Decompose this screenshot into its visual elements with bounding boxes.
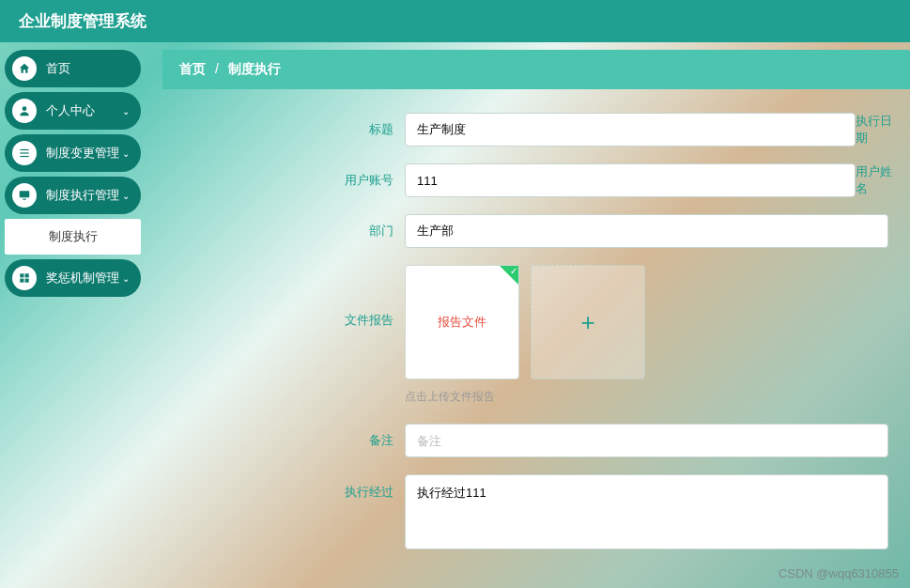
- uploaded-file-card[interactable]: 报告文件: [405, 265, 519, 379]
- main-content: 首页 / 制度执行 标题 执行日期 用户账号 用户姓名 部门 文件报告: [146, 42, 910, 588]
- sidebar-item-label: 制度执行管理: [46, 187, 119, 204]
- form-row-file: 文件报告 报告文件 +: [162, 265, 910, 379]
- svg-rect-6: [20, 273, 23, 277]
- sidebar-item-reward[interactable]: 奖惩机制管理 ⌄: [5, 259, 141, 297]
- app-header: 企业制度管理系统: [0, 0, 910, 42]
- label-remark: 备注: [162, 432, 405, 449]
- input-remark[interactable]: [405, 424, 888, 457]
- form-row-account: 用户账号 用户姓名: [162, 163, 910, 197]
- svg-rect-7: [25, 273, 29, 277]
- upload-hint-row: 点击上传文件报告: [162, 389, 910, 405]
- home-icon: [12, 56, 37, 81]
- label-title: 标题: [162, 121, 405, 138]
- svg-rect-5: [23, 199, 26, 200]
- svg-rect-4: [20, 191, 30, 197]
- list-icon: [12, 141, 37, 165]
- breadcrumb: 首页 / 制度执行: [162, 50, 910, 89]
- grid-icon: [12, 266, 37, 290]
- chevron-down-icon: ⌄: [122, 106, 130, 116]
- sidebar-item-label: 制度变更管理: [46, 145, 119, 162]
- main-container: 首页 个人中心 ⌄ 制度变更管理 ⌄ 制度执行管理 ⌄ 制度执行: [0, 42, 910, 588]
- svg-rect-2: [20, 152, 28, 153]
- form-row-department: 部门: [162, 214, 910, 248]
- sidebar-item-home[interactable]: 首页: [5, 50, 141, 87]
- add-file-button[interactable]: +: [531, 265, 645, 379]
- chevron-down-icon: ⌄: [122, 148, 130, 159]
- user-icon: [12, 99, 37, 123]
- textarea-process[interactable]: [405, 474, 888, 549]
- svg-rect-9: [25, 279, 29, 283]
- label-process: 执行经过: [162, 474, 405, 501]
- label-file: 文件报告: [162, 265, 405, 329]
- label-department: 部门: [162, 223, 405, 240]
- label-account: 用户账号: [162, 172, 405, 189]
- chevron-down-icon: ⌄: [122, 273, 130, 284]
- sidebar-item-personal[interactable]: 个人中心 ⌄: [5, 92, 141, 130]
- watermark: CSDN @wqq6310855: [779, 566, 899, 580]
- label-user-name: 用户姓名: [856, 163, 910, 197]
- form-row-remark: 备注: [162, 424, 910, 457]
- chevron-down-icon: ⌄: [122, 191, 130, 201]
- svg-point-0: [23, 106, 27, 111]
- form-row-process: 执行经过: [162, 474, 910, 549]
- svg-rect-1: [20, 149, 28, 150]
- monitor-icon: [12, 183, 37, 208]
- breadcrumb-home[interactable]: 首页: [179, 61, 206, 76]
- sidebar-item-change[interactable]: 制度变更管理 ⌄: [5, 134, 141, 172]
- sidebar-item-execution[interactable]: 制度执行管理 ⌄: [5, 177, 141, 214]
- sidebar-item-label: 奖惩机制管理: [46, 270, 119, 286]
- file-name: 报告文件: [438, 314, 486, 331]
- svg-rect-8: [20, 279, 23, 283]
- upload-hint: 点击上传文件报告: [405, 389, 495, 405]
- breadcrumb-current: 制度执行: [228, 61, 281, 76]
- breadcrumb-separator: /: [215, 61, 219, 76]
- sidebar: 首页 个人中心 ⌄ 制度变更管理 ⌄ 制度执行管理 ⌄ 制度执行: [0, 42, 146, 588]
- form-row-title: 标题 执行日期: [162, 113, 910, 147]
- input-department[interactable]: [405, 214, 888, 248]
- svg-rect-3: [20, 156, 28, 157]
- input-account[interactable]: [405, 163, 856, 197]
- app-title: 企业制度管理系统: [19, 10, 147, 32]
- sidebar-item-label: 个人中心: [46, 102, 95, 119]
- label-exec-date: 执行日期: [856, 113, 910, 147]
- sidebar-subitem-label: 制度执行: [49, 228, 98, 245]
- form-area: 标题 执行日期 用户账号 用户姓名 部门 文件报告 报告文件: [162, 89, 910, 549]
- input-title[interactable]: [405, 113, 856, 147]
- plus-icon: +: [580, 308, 594, 337]
- check-icon: [500, 266, 518, 285]
- sidebar-item-label: 首页: [46, 60, 70, 77]
- sidebar-subitem-execution[interactable]: 制度执行: [5, 219, 141, 255]
